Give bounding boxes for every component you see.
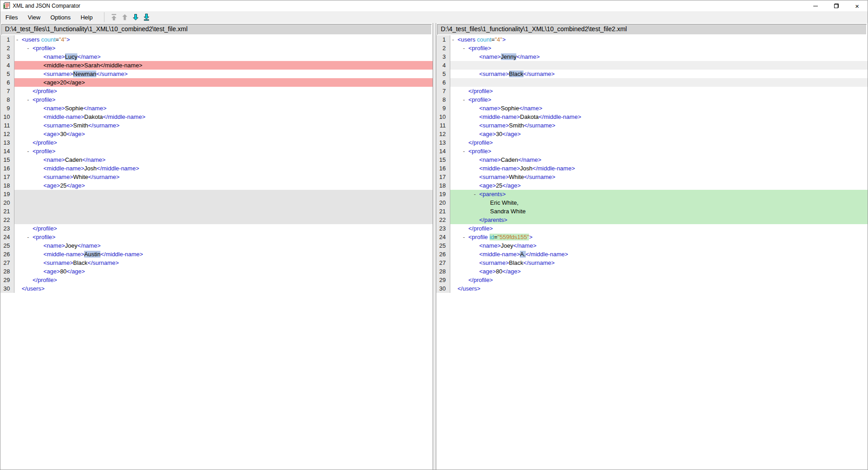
- code-line[interactable]: 21Sandra White: [436, 207, 868, 216]
- code-line[interactable]: 2-<profile>: [0, 44, 433, 52]
- code-line[interactable]: 7</profile>: [436, 87, 868, 95]
- line-number: 16: [436, 164, 450, 173]
- code-line[interactable]: 22: [0, 216, 433, 224]
- collapse-toggle-icon[interactable]: -: [463, 95, 465, 104]
- title-bar[interactable]: XML and JSON Comparator ×: [0, 0, 868, 11]
- code-line[interactable]: 6: [436, 78, 868, 87]
- code-line[interactable]: 23</profile>: [0, 224, 433, 233]
- code-line[interactable]: 20Eric White,: [436, 198, 868, 207]
- code-line[interactable]: 9<name>Sophie</name>: [0, 104, 433, 113]
- code-line[interactable]: 24-<profile id="559fds155">: [436, 233, 868, 241]
- code-line[interactable]: 11<surname>Smith</surname>: [436, 121, 868, 130]
- code-line[interactable]: 15<name>Caden</name>: [436, 155, 868, 164]
- last-difference-button[interactable]: [141, 12, 152, 23]
- code-line[interactable]: 28<age>80</age>: [436, 267, 868, 276]
- menu-view[interactable]: View: [23, 14, 45, 21]
- code-line[interactable]: 19-<parents>: [436, 190, 868, 198]
- previous-difference-button[interactable]: [119, 12, 130, 23]
- line-content: <age>80</age>: [450, 267, 868, 276]
- code-line[interactable]: 21: [0, 207, 433, 216]
- code-line[interactable]: 16<middle-name>Josh</middle-name>: [0, 164, 433, 173]
- code-line[interactable]: 27<surname>Black</surname>: [436, 258, 868, 267]
- code-line[interactable]: 18<age>25</age>: [0, 181, 433, 190]
- code-line[interactable]: 9<name>Sophie</name>: [436, 104, 868, 113]
- code-line[interactable]: 10<middle-name>Dakota</middle-name>: [0, 113, 433, 121]
- line-content: <name>Joey</name>: [14, 241, 433, 250]
- code-line[interactable]: 4: [436, 61, 868, 70]
- menu-help[interactable]: Help: [75, 14, 98, 21]
- code-line[interactable]: 17<surname>White</surname>: [0, 173, 433, 181]
- code-line[interactable]: 29</profile>: [0, 276, 433, 284]
- collapse-toggle-icon[interactable]: -: [27, 44, 29, 52]
- xml-token: </surname>: [88, 259, 119, 266]
- collapse-toggle-icon[interactable]: -: [463, 44, 465, 52]
- code-line[interactable]: 20: [0, 198, 433, 207]
- collapse-toggle-icon[interactable]: -: [16, 35, 18, 44]
- code-line[interactable]: 22</parents>: [436, 216, 868, 224]
- xml-token: </name>: [516, 53, 539, 60]
- code-line[interactable]: 29</profile>: [436, 276, 868, 284]
- code-line[interactable]: 27<surname>Black</surname>: [0, 258, 433, 267]
- line-content: <middle-name>Josh</middle-name>: [450, 164, 868, 173]
- collapse-toggle-icon[interactable]: -: [27, 147, 29, 155]
- code-line[interactable]: 4<middle-name>Sarah</middle-name>: [0, 61, 433, 70]
- code-line[interactable]: 25<name>Joey</name>: [436, 241, 868, 250]
- code-line[interactable]: 11<surname>Smith</surname>: [0, 121, 433, 130]
- code-line[interactable]: 2-<profile>: [436, 44, 868, 52]
- code-line[interactable]: 17<surname>White</surname>: [436, 173, 868, 181]
- menu-options[interactable]: Options: [45, 14, 75, 21]
- code-line[interactable]: 13</profile>: [436, 138, 868, 147]
- code-line[interactable]: 12<age>30</age>: [0, 130, 433, 138]
- xml-token: </name>: [513, 242, 536, 249]
- collapse-toggle-icon[interactable]: -: [463, 233, 465, 241]
- code-line[interactable]: 10<middle-name>Dakota</middle-name>: [436, 113, 868, 121]
- code-line[interactable]: 18<age>25</age>: [436, 181, 868, 190]
- code-line[interactable]: 14-<profile>: [436, 147, 868, 155]
- first-difference-button[interactable]: [108, 12, 119, 23]
- code-line[interactable]: 24-<profile>: [0, 233, 433, 241]
- minimize-button[interactable]: [805, 0, 826, 11]
- pane-splitter[interactable]: [433, 23, 436, 470]
- line-content: <name>Sophie</name>: [450, 104, 868, 113]
- code-line[interactable]: 12<age>30</age>: [436, 130, 868, 138]
- menu-files[interactable]: Files: [0, 14, 23, 21]
- xml-token: <profile>: [468, 45, 491, 52]
- code-line[interactable]: 30</users>: [436, 284, 868, 293]
- code-line[interactable]: 26<middle-name>Austin</middle-name>: [0, 250, 433, 258]
- xml-token: <users: [458, 36, 477, 43]
- code-line[interactable]: 6<age>20</age>: [0, 78, 433, 87]
- line-number: 2: [436, 44, 450, 52]
- code-line[interactable]: 30</users>: [0, 284, 433, 293]
- code-line[interactable]: 3<name>Lucy</name>: [0, 52, 433, 61]
- code-line[interactable]: 19: [0, 190, 433, 198]
- code-line[interactable]: 15<name>Caden</name>: [0, 155, 433, 164]
- next-difference-button[interactable]: [130, 12, 141, 23]
- code-line[interactable]: 28<age>80</age>: [0, 267, 433, 276]
- restore-button[interactable]: [826, 0, 847, 11]
- code-line[interactable]: 5<surname>Newman</surname>: [0, 70, 433, 78]
- collapse-toggle-icon[interactable]: -: [463, 147, 465, 155]
- app-window: XML and JSON Comparator × Files View Opt…: [0, 0, 868, 470]
- code-line[interactable]: 3<name>Jenny</name>: [436, 52, 868, 61]
- collapse-toggle-icon[interactable]: -: [27, 233, 29, 241]
- xml-token: <profile>: [468, 148, 491, 155]
- code-line[interactable]: 5<surname>Black</surname>: [436, 70, 868, 78]
- collapse-toggle-icon[interactable]: -: [474, 190, 476, 198]
- collapse-toggle-icon[interactable]: -: [452, 35, 454, 44]
- line-number: 3: [436, 52, 450, 61]
- code-line[interactable]: 1-<users count="4">: [0, 35, 433, 44]
- code-line[interactable]: 26<middle-name>A.</middle-name>: [436, 250, 868, 258]
- code-line[interactable]: 7</profile>: [0, 87, 433, 95]
- code-line[interactable]: 1-<users count="4">: [436, 35, 868, 44]
- close-button[interactable]: ×: [847, 0, 868, 11]
- code-line[interactable]: 25<name>Joey</name>: [0, 241, 433, 250]
- xml-token: count: [477, 36, 491, 43]
- xml-token: 80: [60, 268, 66, 275]
- code-line[interactable]: 16<middle-name>Josh</middle-name>: [436, 164, 868, 173]
- code-line[interactable]: 13</profile>: [0, 138, 433, 147]
- code-line[interactable]: 8-<profile>: [0, 95, 433, 104]
- code-line[interactable]: 23</profile>: [436, 224, 868, 233]
- code-line[interactable]: 14-<profile>: [0, 147, 433, 155]
- code-line[interactable]: 8-<profile>: [436, 95, 868, 104]
- collapse-toggle-icon[interactable]: -: [27, 95, 29, 104]
